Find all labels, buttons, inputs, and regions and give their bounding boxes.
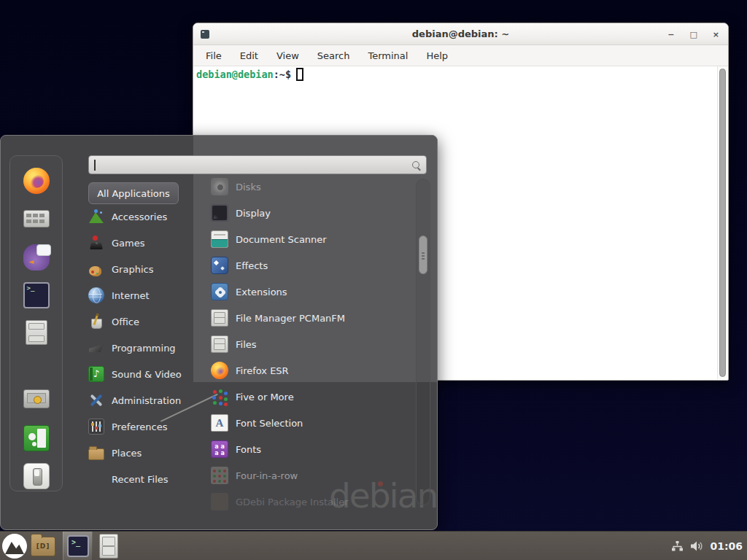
terminal-icon xyxy=(67,535,89,557)
minimize-button[interactable]: − xyxy=(667,31,674,39)
category-accessories[interactable]: Accessories xyxy=(88,206,198,228)
terminal-scrollbar-track[interactable] xyxy=(717,66,727,379)
files-icon[interactable] xyxy=(26,320,47,345)
category-administration[interactable]: Administration xyxy=(88,389,198,411)
app-document-scanner[interactable]: Document Scanner xyxy=(211,228,415,250)
four-in-a-row-icon xyxy=(211,467,228,484)
pidgin-icon[interactable] xyxy=(23,244,50,271)
app-files[interactable]: Files xyxy=(211,333,415,355)
app-font-selection[interactable]: AFont Selection xyxy=(211,412,415,434)
volume-icon[interactable] xyxy=(690,540,703,552)
file-cabinet-icon xyxy=(211,335,228,353)
category-places[interactable]: Places xyxy=(88,442,198,464)
taskbar: [D] 01:06 xyxy=(0,531,747,560)
folder-label: [D] xyxy=(36,542,50,550)
category-sound-video[interactable]: ♪Sound & Video xyxy=(88,363,198,385)
sound-video-icon: ♪ xyxy=(88,366,104,382)
menu-view[interactable]: View xyxy=(276,50,299,61)
programming-icon xyxy=(88,340,104,356)
taskbar-terminal-button[interactable] xyxy=(63,532,93,560)
office-icon xyxy=(88,314,104,330)
display-icon xyxy=(211,204,228,222)
category-games[interactable]: Games xyxy=(88,232,198,254)
terminal-icon[interactable] xyxy=(23,282,50,308)
fonts-icon: a aa a xyxy=(211,440,228,458)
app-effects[interactable]: Effects xyxy=(211,254,415,276)
app-firefox-esr[interactable]: Firefox ESR xyxy=(211,359,415,381)
font-selection-icon: A xyxy=(211,414,228,432)
prompt-suffix: :~$ xyxy=(274,69,291,80)
desktop-folder-launcher[interactable]: [D] xyxy=(31,537,55,556)
menu-edit[interactable]: Edit xyxy=(240,50,258,61)
terminal-cursor xyxy=(296,68,303,81)
category-office[interactable]: Office xyxy=(88,311,198,332)
terminal-titlebar[interactable]: debian@debian: ~ − □ × xyxy=(193,23,728,45)
menu-start-button[interactable] xyxy=(2,534,27,559)
app-list-scrollbar-track[interactable] xyxy=(416,179,430,505)
preferences-icon xyxy=(88,419,104,435)
administration-icon xyxy=(88,392,104,408)
screensaver-lock-icon[interactable] xyxy=(23,389,50,408)
maximize-button[interactable]: □ xyxy=(689,31,697,39)
effects-icon xyxy=(211,257,228,274)
app-extensions[interactable]: Extensions xyxy=(211,281,415,303)
graphics-icon xyxy=(88,261,104,277)
terminal-title: debian@debian: ~ xyxy=(193,28,728,39)
menu-help[interactable]: Help xyxy=(426,50,448,61)
places-icon xyxy=(88,448,104,460)
text-caret xyxy=(94,160,96,171)
taskbar-files-button[interactable] xyxy=(99,534,118,559)
category-programming[interactable]: Programming xyxy=(88,337,198,359)
favorites-panel xyxy=(9,155,63,491)
close-button[interactable]: × xyxy=(713,31,719,39)
menu-search[interactable]: Search xyxy=(317,50,350,61)
disks-icon xyxy=(211,178,228,195)
internet-icon xyxy=(88,287,104,303)
terminal-app-icon xyxy=(201,30,209,39)
category-recent-files[interactable]: Recent Files xyxy=(88,468,198,490)
search-input[interactable] xyxy=(88,155,427,174)
network-icon[interactable] xyxy=(671,540,684,552)
extensions-icon xyxy=(211,283,228,300)
accessories-icon xyxy=(88,209,104,225)
menu-file[interactable]: File xyxy=(206,50,222,61)
file-cabinet-icon xyxy=(211,309,228,327)
category-all-applications[interactable]: All Applications xyxy=(88,182,179,204)
menu-terminal[interactable]: Terminal xyxy=(368,50,408,61)
prompt-user: debian@debian xyxy=(196,69,274,80)
app-four-in-a-row[interactable]: Four-in-a-row xyxy=(211,464,415,486)
terminal-scrollbar-thumb[interactable] xyxy=(719,69,726,377)
category-preferences[interactable]: Preferences xyxy=(88,416,198,438)
application-menu: debian All Applications Accessories Game… xyxy=(0,135,438,530)
app-display[interactable]: Display xyxy=(211,202,415,224)
firefox-icon[interactable] xyxy=(23,168,50,194)
shell-prompt: debian@debian:~$ xyxy=(196,68,303,81)
no-icon xyxy=(88,471,104,487)
gdebi-icon xyxy=(211,493,228,510)
shutdown-icon[interactable] xyxy=(23,463,50,489)
app-file-manager-pcmanfm[interactable]: File Manager PCManFM xyxy=(211,307,415,329)
search-icon xyxy=(411,160,421,170)
logout-icon[interactable] xyxy=(23,425,50,451)
games-icon xyxy=(88,235,104,251)
clock[interactable]: 01:06 xyxy=(710,540,743,552)
firefox-icon xyxy=(211,362,228,379)
app-gdebi[interactable]: GDebi Package Installer xyxy=(211,491,415,513)
app-list-scrollbar-thumb[interactable] xyxy=(419,236,427,274)
software-manager-icon[interactable] xyxy=(23,210,50,228)
app-disks[interactable]: Disks xyxy=(211,176,415,198)
category-internet[interactable]: Internet xyxy=(88,284,198,306)
terminal-menubar: File Edit View Search Terminal Help xyxy=(193,45,728,66)
app-five-or-more[interactable]: Five or More xyxy=(211,386,415,408)
five-or-more-icon xyxy=(211,388,228,405)
app-fonts[interactable]: a aa aFonts xyxy=(211,438,415,460)
category-graphics[interactable]: Graphics xyxy=(88,258,198,280)
scanner-icon xyxy=(211,230,228,248)
